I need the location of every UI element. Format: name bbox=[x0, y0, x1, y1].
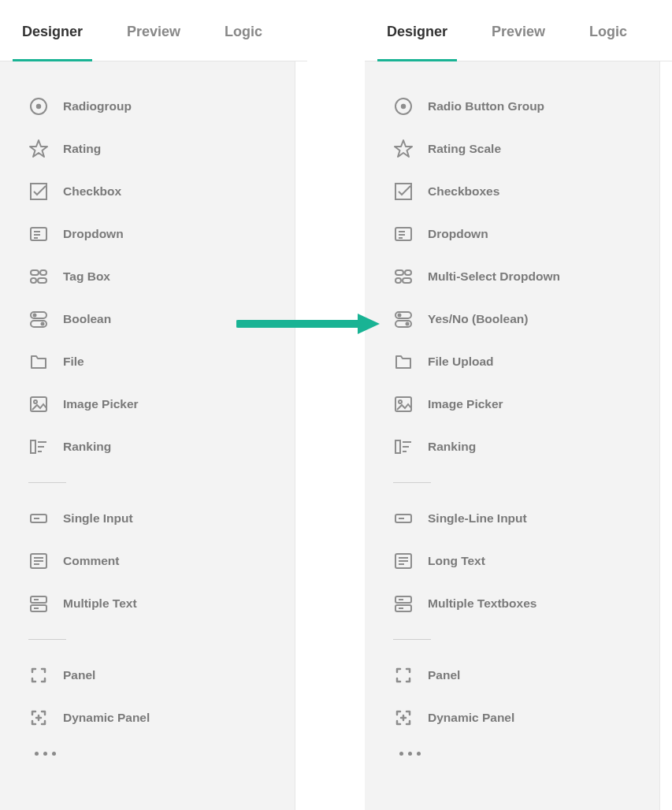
tool-ranking[interactable]: Ranking bbox=[365, 425, 659, 468]
tab-preview[interactable]: Preview bbox=[127, 24, 180, 61]
tool-label: Boolean bbox=[63, 312, 111, 326]
tool-label: Dynamic Panel bbox=[63, 711, 150, 725]
comment-icon bbox=[393, 551, 414, 571]
tool-label: Multiple Textboxes bbox=[428, 596, 536, 611]
tool-radiogroup[interactable]: Radiogroup bbox=[0, 85, 295, 128]
toolbox-right: Radio Button Group Rating Scale Checkbox… bbox=[365, 61, 660, 810]
toolbox-divider bbox=[28, 482, 66, 483]
tool-checkbox[interactable]: Checkbox bbox=[0, 170, 295, 213]
tool-singleinput[interactable]: Single-Line Input bbox=[365, 497, 659, 540]
tool-label: Dropdown bbox=[63, 227, 124, 241]
ranking-icon bbox=[28, 437, 49, 457]
tool-label: File bbox=[63, 355, 84, 369]
singleinput-icon bbox=[393, 508, 414, 529]
imagepicker-icon bbox=[393, 394, 414, 414]
singleinput-icon bbox=[28, 508, 49, 529]
more-button[interactable] bbox=[365, 739, 659, 756]
tool-label: Single-Line Input bbox=[428, 511, 527, 526]
tool-label: Ranking bbox=[63, 440, 111, 454]
file-icon bbox=[28, 351, 49, 372]
dynamicpanel-icon bbox=[393, 708, 414, 728]
tab-logic[interactable]: Logic bbox=[225, 24, 262, 61]
radio-icon bbox=[28, 96, 49, 117]
tool-file[interactable]: File Upload bbox=[365, 340, 659, 383]
rating-icon bbox=[393, 139, 414, 159]
tool-label: Checkboxes bbox=[428, 184, 499, 199]
tool-tagbox[interactable]: Multi-Select Dropdown bbox=[365, 255, 659, 298]
tool-label: Rating bbox=[63, 142, 101, 156]
tabs-left: Designer Preview Logic bbox=[0, 0, 307, 61]
tool-ranking[interactable]: Ranking bbox=[0, 425, 295, 468]
panel-icon bbox=[28, 665, 49, 686]
tool-rating[interactable]: Rating Scale bbox=[365, 128, 659, 170]
tool-dropdown[interactable]: Dropdown bbox=[365, 213, 659, 255]
tool-dropdown[interactable]: Dropdown bbox=[0, 213, 295, 255]
file-icon bbox=[393, 351, 414, 372]
tool-label: Radiogroup bbox=[63, 99, 132, 113]
tool-label: Checkbox bbox=[63, 184, 121, 199]
tool-label: Dropdown bbox=[428, 227, 488, 241]
tool-imagepicker[interactable]: Image Picker bbox=[365, 383, 659, 425]
tool-label: Tag Box bbox=[63, 269, 110, 284]
right-panel: Designer Preview Logic Radio Button Grou… bbox=[365, 0, 672, 810]
tool-singleinput[interactable]: Single Input bbox=[0, 497, 295, 540]
tool-radiogroup[interactable]: Radio Button Group bbox=[365, 85, 659, 128]
toolbox-divider bbox=[393, 639, 431, 640]
tool-comment[interactable]: Comment bbox=[0, 540, 295, 582]
tool-imagepicker[interactable]: Image Picker bbox=[0, 383, 295, 425]
dot-icon bbox=[408, 752, 412, 756]
rating-icon bbox=[28, 139, 49, 159]
more-button[interactable] bbox=[0, 739, 295, 756]
tool-file[interactable]: File bbox=[0, 340, 295, 383]
tool-panel[interactable]: Panel bbox=[365, 654, 659, 697]
dot-icon bbox=[35, 752, 39, 756]
toolbox-divider bbox=[393, 482, 431, 483]
dropdown-icon bbox=[28, 224, 49, 244]
toolbox-divider bbox=[28, 639, 66, 640]
tool-label: Panel bbox=[428, 668, 460, 682]
tool-label: Comment bbox=[63, 554, 119, 568]
tagbox-icon bbox=[28, 266, 49, 287]
dot-icon bbox=[43, 752, 47, 756]
tool-comment[interactable]: Long Text bbox=[365, 540, 659, 582]
ranking-icon bbox=[393, 437, 414, 457]
tool-multipletext[interactable]: Multiple Textboxes bbox=[365, 582, 659, 625]
boolean-icon bbox=[393, 309, 414, 329]
multipletext-icon bbox=[28, 593, 49, 614]
tool-panel[interactable]: Panel bbox=[0, 654, 295, 697]
tab-designer[interactable]: Designer bbox=[387, 24, 447, 61]
tool-label: Yes/No (Boolean) bbox=[428, 312, 528, 326]
tool-label: Multi-Select Dropdown bbox=[428, 269, 560, 284]
tool-multipletext[interactable]: Multiple Text bbox=[0, 582, 295, 625]
tool-label: Ranking bbox=[428, 440, 476, 454]
tab-designer[interactable]: Designer bbox=[22, 24, 83, 61]
tool-label: Multiple Text bbox=[63, 596, 137, 611]
tool-checkbox[interactable]: Checkboxes bbox=[365, 170, 659, 213]
tool-boolean[interactable]: Yes/No (Boolean) bbox=[365, 298, 659, 340]
multipletext-icon bbox=[393, 593, 414, 614]
checkbox-icon bbox=[28, 181, 49, 202]
radio-icon bbox=[393, 96, 414, 117]
tool-label: Long Text bbox=[428, 554, 485, 568]
tool-dynamicpanel[interactable]: Dynamic Panel bbox=[0, 697, 295, 739]
left-panel: Designer Preview Logic Radiogroup Rating… bbox=[0, 0, 307, 810]
tool-label: Image Picker bbox=[428, 397, 503, 411]
checkbox-icon bbox=[393, 181, 414, 202]
tool-rating[interactable]: Rating bbox=[0, 128, 295, 170]
tab-preview[interactable]: Preview bbox=[492, 24, 545, 61]
tool-dynamicpanel[interactable]: Dynamic Panel bbox=[365, 697, 659, 739]
tool-label: Image Picker bbox=[63, 397, 139, 411]
dot-icon bbox=[417, 752, 421, 756]
tool-label: Panel bbox=[63, 668, 95, 682]
tab-logic[interactable]: Logic bbox=[589, 24, 627, 61]
comment-icon bbox=[28, 551, 49, 571]
dynamicpanel-icon bbox=[28, 708, 49, 728]
tool-label: Dynamic Panel bbox=[428, 711, 514, 725]
boolean-icon bbox=[28, 309, 49, 329]
tagbox-icon bbox=[393, 266, 414, 287]
panel-icon bbox=[393, 665, 414, 686]
dot-icon bbox=[52, 752, 56, 756]
tool-tagbox[interactable]: Tag Box bbox=[0, 255, 295, 298]
tool-boolean[interactable]: Boolean bbox=[0, 298, 295, 340]
imagepicker-icon bbox=[28, 394, 49, 414]
